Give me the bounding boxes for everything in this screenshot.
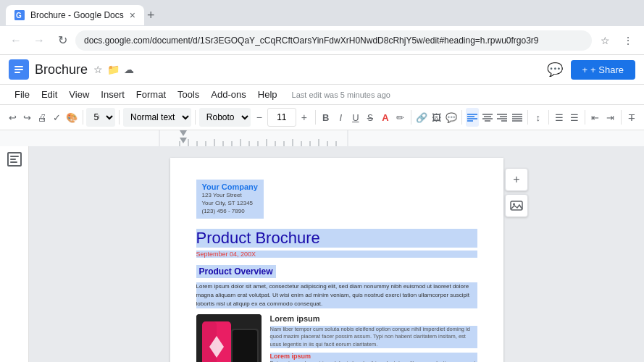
unordered-list-btn[interactable]: ☰ [553, 108, 566, 127]
bold-btn[interactable]: B [319, 108, 333, 127]
menu-addons[interactable]: Add-ons [205, 86, 251, 103]
svg-rect-56 [511, 201, 522, 210]
highlight-btn[interactable]: ✏ [393, 108, 407, 127]
company-name: Your Company [202, 182, 258, 191]
link-btn[interactable]: 🔗 [414, 108, 428, 127]
doc-date: September 04, 200X [196, 251, 477, 258]
outline-icon[interactable] [7, 152, 22, 167]
bookmark-btn[interactable]: ☆ [595, 30, 615, 51]
sep6 [461, 110, 462, 125]
svg-rect-22 [0, 130, 644, 146]
sep1 [83, 110, 83, 125]
product-text: Lorem ipsum Nam liber tempor cum soluta … [270, 314, 477, 362]
svg-rect-3 [14, 66, 23, 67]
share-btn[interactable]: + + Share [571, 60, 636, 80]
folder-icon[interactable]: 📁 [107, 64, 120, 75]
company-address-3: (123) 456 - 7890 [202, 207, 258, 215]
comment-inline-btn[interactable]: 💬 [445, 108, 459, 127]
sep9 [585, 110, 585, 125]
back-btn[interactable]: ← [6, 30, 26, 51]
sep2 [119, 110, 120, 125]
svg-point-57 [513, 203, 515, 206]
zoom-select[interactable]: 50%75%100% [86, 108, 115, 127]
menu-help[interactable]: Help [252, 86, 283, 103]
print-btn[interactable]: 🖨 [35, 108, 49, 127]
company-block: Your Company 123 Your Street Your City, … [196, 180, 264, 219]
comment-btn[interactable]: 💬 [545, 59, 565, 80]
ordered-list-btn[interactable]: ☰ [567, 108, 581, 127]
spellcheck-btn[interactable]: ✓ [51, 108, 64, 127]
refresh-btn[interactable]: ↻ [52, 30, 72, 51]
lorem-heading: Lorem ipsum [270, 314, 477, 323]
forward-btn[interactable]: → [29, 30, 49, 51]
star-icon[interactable]: ☆ [93, 64, 103, 75]
menu-view[interactable]: View [63, 86, 95, 103]
last-edit-text: Last edit was 5 minutes ago [292, 90, 390, 99]
align-left-btn[interactable] [466, 108, 480, 127]
svg-rect-47 [10, 159, 16, 160]
decrease-font-btn[interactable]: − [252, 108, 267, 127]
sep3 [195, 110, 196, 125]
clear-format-btn[interactable]: T̶ [624, 108, 638, 127]
new-tab-btn[interactable]: + [147, 8, 155, 23]
docs-header: Brochure ☆ 📁 ☁ 💬 + + Share [0, 55, 644, 85]
sep8 [548, 110, 549, 125]
italic-btn[interactable]: I [334, 108, 348, 127]
tab-close-btn[interactable]: × [130, 9, 135, 21]
align-right-btn[interactable] [495, 108, 509, 127]
cloud-status-icon: ☁ [124, 64, 134, 75]
sep10 [621, 110, 622, 125]
docs-title: Brochure [35, 62, 88, 77]
image-btn[interactable]: 🖼 [430, 108, 443, 127]
paint-format-btn[interactable]: 🎨 [65, 108, 79, 127]
line-spacing-btn[interactable]: ↕ [532, 108, 545, 127]
indent-more-btn[interactable]: ⇥ [603, 108, 617, 127]
section1-body: Lorem ipsum dolor sit amet, consectetur … [196, 282, 477, 308]
float-add-btn[interactable]: + [505, 168, 528, 191]
strikethrough-btn[interactable]: S̶ [364, 108, 377, 127]
text-style-select[interactable]: Normal text [123, 108, 191, 127]
svg-rect-4 [14, 69, 23, 70]
increase-font-btn[interactable]: + [297, 108, 311, 127]
active-tab: G Brochure - Google Docs × [6, 5, 144, 25]
redo-btn[interactable]: ↪ [21, 108, 35, 127]
menu-file[interactable]: File [9, 86, 35, 103]
share-label: + Share [590, 64, 624, 75]
float-image-btn[interactable] [505, 194, 528, 217]
svg-rect-5 [14, 72, 20, 73]
lorem-body1: Nam liber tempor cum soluta nobis eleife… [270, 326, 477, 349]
menu-bar: File Edit View Insert Format Tools Add-o… [0, 85, 644, 105]
menu-insert[interactable]: Insert [95, 86, 130, 103]
tab-bar: G Brochure - Google Docs × + [0, 0, 644, 26]
product-section: Lorem ipsum Nam liber tempor cum soluta … [196, 314, 477, 362]
font-select[interactable]: Roboto [199, 108, 251, 127]
text-color-btn[interactable]: A [379, 108, 393, 127]
float-actions: + [505, 168, 528, 217]
address-bar[interactable] [75, 30, 592, 51]
doc-title: Product Brochure [196, 229, 477, 248]
sep5 [411, 110, 411, 125]
tab-favicon: G [14, 10, 25, 20]
lorem-link: Lorem ipsum [270, 353, 477, 360]
toolbar: ↩ ↪ 🖨 ✓ 🎨 50%75%100% Normal text Roboto … [0, 105, 644, 130]
font-size-input[interactable] [267, 108, 296, 127]
indent-less-btn[interactable]: ⇤ [589, 108, 603, 127]
align-center-btn[interactable] [480, 108, 494, 127]
sidebar-left [0, 146, 29, 362]
doc-page: Your Company 123 Your Street Your City, … [170, 158, 503, 362]
company-address-1: 123 Your Street [202, 191, 258, 199]
extension-btn[interactable]: ⋮ [618, 30, 638, 51]
menu-tools[interactable]: Tools [172, 86, 205, 103]
doc-area: Your Company 123 Your Street Your City, … [0, 146, 644, 362]
svg-text:G: G [16, 12, 22, 20]
company-address-2: Your City, ST 12345 [202, 199, 258, 207]
svg-rect-48 [10, 161, 17, 163]
svg-rect-46 [10, 156, 19, 157]
justify-btn[interactable] [510, 108, 524, 127]
menu-edit[interactable]: Edit [35, 86, 63, 103]
sep4 [315, 110, 316, 125]
undo-btn[interactable]: ↩ [6, 108, 20, 127]
menu-format[interactable]: Format [130, 86, 172, 103]
share-icon: + [582, 64, 588, 75]
underline-btn[interactable]: U [349, 108, 363, 127]
